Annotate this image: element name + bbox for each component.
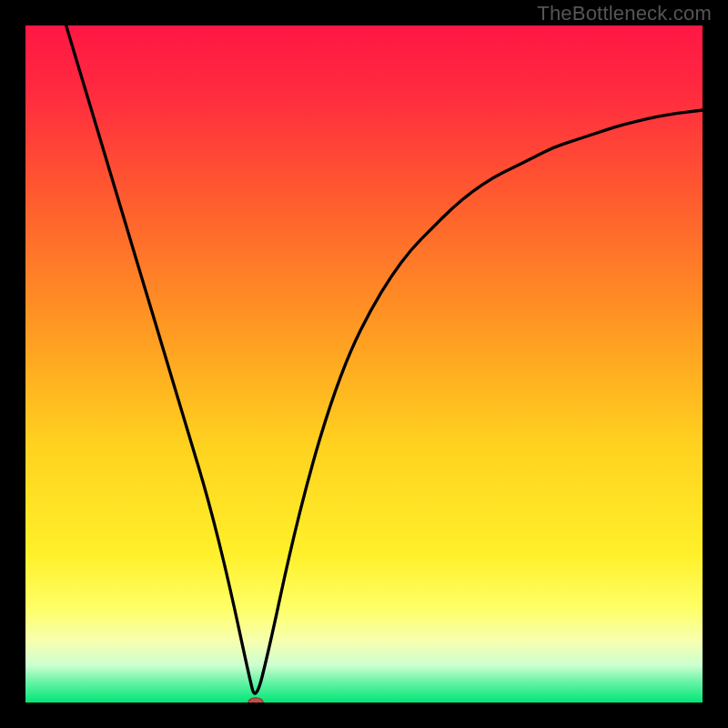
bottleneck-plot <box>25 25 703 703</box>
plot-background <box>25 25 703 703</box>
watermark-text: TheBottleneck.com <box>537 2 712 25</box>
chart-frame: TheBottleneck.com <box>0 0 728 728</box>
